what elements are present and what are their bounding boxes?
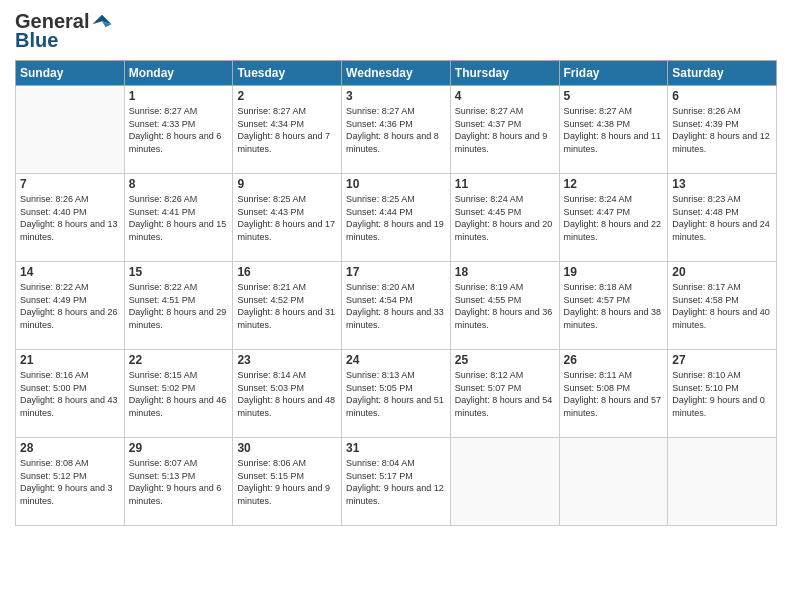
day-number: 20: [672, 265, 772, 279]
day-number: 17: [346, 265, 446, 279]
day-number: 24: [346, 353, 446, 367]
day-number: 14: [20, 265, 120, 279]
day-number: 6: [672, 89, 772, 103]
cell-info: Sunrise: 8:14 AMSunset: 5:03 PMDaylight:…: [237, 369, 337, 419]
cell-info: Sunrise: 8:16 AMSunset: 5:00 PMDaylight:…: [20, 369, 120, 419]
cell-info: Sunrise: 8:22 AMSunset: 4:51 PMDaylight:…: [129, 281, 229, 331]
day-number: 18: [455, 265, 555, 279]
calendar-cell: 17Sunrise: 8:20 AMSunset: 4:54 PMDayligh…: [342, 262, 451, 350]
cell-info: Sunrise: 8:08 AMSunset: 5:12 PMDaylight:…: [20, 457, 120, 507]
week-row-2: 7Sunrise: 8:26 AMSunset: 4:40 PMDaylight…: [16, 174, 777, 262]
cell-info: Sunrise: 8:27 AMSunset: 4:38 PMDaylight:…: [564, 105, 664, 155]
logo: General Blue: [15, 10, 113, 52]
calendar-cell: [450, 438, 559, 526]
cell-info: Sunrise: 8:23 AMSunset: 4:48 PMDaylight:…: [672, 193, 772, 243]
calendar-cell: [559, 438, 668, 526]
week-row-3: 14Sunrise: 8:22 AMSunset: 4:49 PMDayligh…: [16, 262, 777, 350]
cell-info: Sunrise: 8:24 AMSunset: 4:45 PMDaylight:…: [455, 193, 555, 243]
calendar-table: SundayMondayTuesdayWednesdayThursdayFrid…: [15, 60, 777, 526]
calendar-cell: 31Sunrise: 8:04 AMSunset: 5:17 PMDayligh…: [342, 438, 451, 526]
day-number: 5: [564, 89, 664, 103]
calendar-cell: 28Sunrise: 8:08 AMSunset: 5:12 PMDayligh…: [16, 438, 125, 526]
cell-info: Sunrise: 8:12 AMSunset: 5:07 PMDaylight:…: [455, 369, 555, 419]
calendar-cell: 23Sunrise: 8:14 AMSunset: 5:03 PMDayligh…: [233, 350, 342, 438]
calendar-cell: 19Sunrise: 8:18 AMSunset: 4:57 PMDayligh…: [559, 262, 668, 350]
day-number: 4: [455, 89, 555, 103]
calendar-cell: 5Sunrise: 8:27 AMSunset: 4:38 PMDaylight…: [559, 86, 668, 174]
calendar-cell: 26Sunrise: 8:11 AMSunset: 5:08 PMDayligh…: [559, 350, 668, 438]
logo-blue: Blue: [15, 29, 58, 52]
day-number: 7: [20, 177, 120, 191]
day-number: 30: [237, 441, 337, 455]
calendar-cell: 7Sunrise: 8:26 AMSunset: 4:40 PMDaylight…: [16, 174, 125, 262]
calendar-cell: 3Sunrise: 8:27 AMSunset: 4:36 PMDaylight…: [342, 86, 451, 174]
week-row-1: 1Sunrise: 8:27 AMSunset: 4:33 PMDaylight…: [16, 86, 777, 174]
weekday-header-friday: Friday: [559, 61, 668, 86]
day-number: 31: [346, 441, 446, 455]
weekday-header-monday: Monday: [124, 61, 233, 86]
weekday-header-thursday: Thursday: [450, 61, 559, 86]
calendar-cell: 14Sunrise: 8:22 AMSunset: 4:49 PMDayligh…: [16, 262, 125, 350]
calendar-cell: 16Sunrise: 8:21 AMSunset: 4:52 PMDayligh…: [233, 262, 342, 350]
calendar-cell: 30Sunrise: 8:06 AMSunset: 5:15 PMDayligh…: [233, 438, 342, 526]
day-number: 12: [564, 177, 664, 191]
day-number: 27: [672, 353, 772, 367]
calendar-cell: 18Sunrise: 8:19 AMSunset: 4:55 PMDayligh…: [450, 262, 559, 350]
day-number: 16: [237, 265, 337, 279]
cell-info: Sunrise: 8:18 AMSunset: 4:57 PMDaylight:…: [564, 281, 664, 331]
day-number: 23: [237, 353, 337, 367]
cell-info: Sunrise: 8:26 AMSunset: 4:40 PMDaylight:…: [20, 193, 120, 243]
cell-info: Sunrise: 8:20 AMSunset: 4:54 PMDaylight:…: [346, 281, 446, 331]
cell-info: Sunrise: 8:17 AMSunset: 4:58 PMDaylight:…: [672, 281, 772, 331]
day-number: 21: [20, 353, 120, 367]
day-number: 10: [346, 177, 446, 191]
day-number: 2: [237, 89, 337, 103]
cell-info: Sunrise: 8:13 AMSunset: 5:05 PMDaylight:…: [346, 369, 446, 419]
cell-info: Sunrise: 8:24 AMSunset: 4:47 PMDaylight:…: [564, 193, 664, 243]
calendar-cell: 4Sunrise: 8:27 AMSunset: 4:37 PMDaylight…: [450, 86, 559, 174]
weekday-header-tuesday: Tuesday: [233, 61, 342, 86]
day-number: 28: [20, 441, 120, 455]
week-row-5: 28Sunrise: 8:08 AMSunset: 5:12 PMDayligh…: [16, 438, 777, 526]
calendar-cell: 25Sunrise: 8:12 AMSunset: 5:07 PMDayligh…: [450, 350, 559, 438]
cell-info: Sunrise: 8:11 AMSunset: 5:08 PMDaylight:…: [564, 369, 664, 419]
calendar-cell: 9Sunrise: 8:25 AMSunset: 4:43 PMDaylight…: [233, 174, 342, 262]
day-number: 22: [129, 353, 229, 367]
calendar-cell: 2Sunrise: 8:27 AMSunset: 4:34 PMDaylight…: [233, 86, 342, 174]
day-number: 15: [129, 265, 229, 279]
day-number: 9: [237, 177, 337, 191]
cell-info: Sunrise: 8:27 AMSunset: 4:33 PMDaylight:…: [129, 105, 229, 155]
cell-info: Sunrise: 8:22 AMSunset: 4:49 PMDaylight:…: [20, 281, 120, 331]
week-row-4: 21Sunrise: 8:16 AMSunset: 5:00 PMDayligh…: [16, 350, 777, 438]
calendar-cell: 22Sunrise: 8:15 AMSunset: 5:02 PMDayligh…: [124, 350, 233, 438]
calendar-cell: 20Sunrise: 8:17 AMSunset: 4:58 PMDayligh…: [668, 262, 777, 350]
day-number: 11: [455, 177, 555, 191]
calendar-cell: 11Sunrise: 8:24 AMSunset: 4:45 PMDayligh…: [450, 174, 559, 262]
cell-info: Sunrise: 8:10 AMSunset: 5:10 PMDaylight:…: [672, 369, 772, 419]
weekday-header-sunday: Sunday: [16, 61, 125, 86]
cell-info: Sunrise: 8:19 AMSunset: 4:55 PMDaylight:…: [455, 281, 555, 331]
cell-info: Sunrise: 8:21 AMSunset: 4:52 PMDaylight:…: [237, 281, 337, 331]
calendar-cell: 1Sunrise: 8:27 AMSunset: 4:33 PMDaylight…: [124, 86, 233, 174]
cell-info: Sunrise: 8:26 AMSunset: 4:39 PMDaylight:…: [672, 105, 772, 155]
calendar-cell: 13Sunrise: 8:23 AMSunset: 4:48 PMDayligh…: [668, 174, 777, 262]
weekday-header-wednesday: Wednesday: [342, 61, 451, 86]
day-number: 19: [564, 265, 664, 279]
day-number: 3: [346, 89, 446, 103]
day-number: 25: [455, 353, 555, 367]
calendar-cell: 8Sunrise: 8:26 AMSunset: 4:41 PMDaylight…: [124, 174, 233, 262]
cell-info: Sunrise: 8:27 AMSunset: 4:36 PMDaylight:…: [346, 105, 446, 155]
calendar-cell: 29Sunrise: 8:07 AMSunset: 5:13 PMDayligh…: [124, 438, 233, 526]
calendar-cell: 21Sunrise: 8:16 AMSunset: 5:00 PMDayligh…: [16, 350, 125, 438]
cell-info: Sunrise: 8:27 AMSunset: 4:37 PMDaylight:…: [455, 105, 555, 155]
cell-info: Sunrise: 8:25 AMSunset: 4:43 PMDaylight:…: [237, 193, 337, 243]
cell-info: Sunrise: 8:27 AMSunset: 4:34 PMDaylight:…: [237, 105, 337, 155]
cell-info: Sunrise: 8:07 AMSunset: 5:13 PMDaylight:…: [129, 457, 229, 507]
header: General Blue: [15, 10, 777, 52]
cell-info: Sunrise: 8:04 AMSunset: 5:17 PMDaylight:…: [346, 457, 446, 507]
page: General Blue SundayMondayTuesdayWednesda…: [0, 0, 792, 612]
cell-info: Sunrise: 8:15 AMSunset: 5:02 PMDaylight:…: [129, 369, 229, 419]
day-number: 8: [129, 177, 229, 191]
calendar-cell: [16, 86, 125, 174]
day-number: 1: [129, 89, 229, 103]
